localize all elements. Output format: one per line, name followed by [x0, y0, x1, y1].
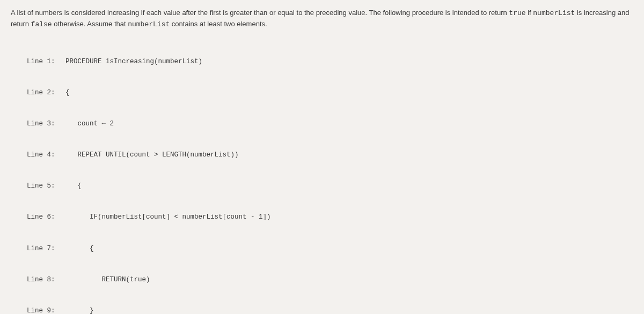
- line-number: Line 7:: [27, 244, 65, 254]
- code-line: Line 3: count ← 2: [27, 119, 633, 129]
- code-text: PROCEDURE isIncreasing(numberList): [65, 57, 202, 67]
- code-line: Line 6: IF(numberList[count] < numberLis…: [27, 212, 633, 222]
- line-number: Line 4:: [27, 150, 65, 160]
- code-text: count ← 2: [65, 119, 114, 129]
- intro-numberlist: numberList: [128, 20, 170, 28]
- code-line: Line 4: REPEAT UNTIL(count > LENGTH(numb…: [27, 150, 633, 160]
- code-text: REPEAT UNTIL(count > LENGTH(numberList)): [65, 150, 239, 160]
- line-number: Line 3:: [27, 119, 65, 129]
- code-text: {: [65, 181, 82, 191]
- intro-text: contains at least two elements.: [170, 20, 267, 28]
- code-line: Line 5: {: [27, 181, 633, 191]
- intro-text: A list of numbers is considered increasi…: [11, 9, 509, 17]
- code-line: Line 9: }: [27, 306, 633, 314]
- intro-text: if: [526, 9, 533, 17]
- code-line: Line 1:PROCEDURE isIncreasing(numberList…: [27, 57, 633, 67]
- code-text: {: [65, 88, 70, 98]
- code-line: Line 8: RETURN(true): [27, 275, 633, 285]
- line-number: Line 9:: [27, 306, 65, 314]
- intro-false: false: [31, 20, 52, 28]
- code-text: RETURN(true): [65, 275, 150, 285]
- code-text: {: [65, 244, 94, 254]
- code-text: IF(numberList[count] < numberList[count …: [65, 212, 271, 222]
- code-line: Line 7: {: [27, 244, 633, 254]
- question-intro: A list of numbers is considered increasi…: [11, 8, 633, 29]
- intro-true: true: [509, 9, 525, 17]
- code-line: Line 2:{: [27, 88, 633, 98]
- intro-text: otherwise. Assume that: [52, 20, 128, 28]
- line-number: Line 2:: [27, 88, 65, 98]
- intro-numberlist: numberList: [533, 9, 575, 17]
- line-number: Line 8:: [27, 275, 65, 285]
- line-number: Line 1:: [27, 57, 65, 67]
- line-number: Line 5:: [27, 181, 65, 191]
- line-number: Line 6:: [27, 212, 65, 222]
- code-text: }: [65, 306, 94, 314]
- code-block: Line 1:PROCEDURE isIncreasing(numberList…: [27, 36, 633, 314]
